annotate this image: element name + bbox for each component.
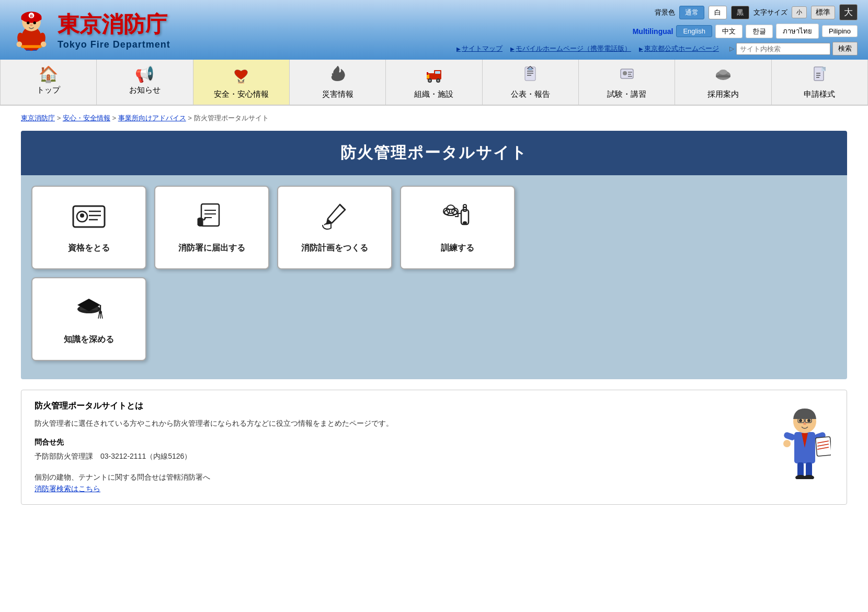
card-training-label: 訓練する	[441, 243, 474, 254]
breadcrumb-advice[interactable]: 事業所向けアドバイス	[118, 114, 186, 122]
nav-news-icon: 📢	[135, 65, 154, 83]
nav-recruit[interactable]: 採用案内	[675, 60, 771, 105]
info-title: 防火管理ポータルサイトとは	[35, 401, 833, 412]
svg-point-73	[807, 419, 810, 422]
svg-rect-86	[797, 462, 804, 477]
nav-disaster-label: 災害情報	[322, 89, 353, 99]
svg-point-72	[799, 419, 802, 422]
nav-safety-label: 安全・安心情報	[214, 89, 269, 99]
bg-black-button[interactable]: 黒	[731, 6, 749, 19]
nav-top-icon: 🏠	[39, 65, 58, 83]
lang-pilipino-button[interactable]: Pilipino	[822, 25, 858, 37]
bg-white-button[interactable]: 白	[709, 6, 727, 19]
nav-safety[interactable]: 安全・安心情報	[193, 60, 290, 105]
bg-normal-button[interactable]: 通常	[679, 6, 704, 19]
portal-title-box: 防火管理ポータルサイト	[21, 131, 847, 175]
search-area: ▷ 検索	[729, 42, 858, 55]
top-right-controls: 背景色 通常 白 黒 文字サイズ 小 標準 大 Multilingual Eng…	[456, 4, 858, 55]
nav-organization[interactable]: 組織・施設	[386, 60, 482, 105]
card-submit-label: 消防署に届出する	[178, 243, 245, 254]
plan-icon	[316, 202, 353, 237]
card-qualification[interactable]: 資格をとる	[31, 186, 146, 269]
svg-point-89	[804, 475, 814, 479]
card-plan[interactable]: 消防計画をつくる	[277, 186, 392, 269]
svg-rect-44	[73, 206, 105, 227]
font-large-button[interactable]: 大	[839, 4, 858, 20]
multilingual-bar: Multilingual English 中文 한글 ภาษาไทย Pilip…	[633, 24, 858, 39]
nav-report-icon	[521, 65, 540, 87]
lang-korean-button[interactable]: 한글	[746, 25, 773, 38]
qualification-icon	[71, 202, 107, 237]
nav-forms-icon	[810, 65, 829, 87]
svg-point-7	[33, 21, 36, 24]
multilingual-label: Multilingual	[633, 27, 673, 36]
nav-report[interactable]: 公表・報告	[483, 60, 579, 105]
breadcrumb-sep2: >	[112, 114, 118, 122]
nav-recruit-icon	[714, 65, 733, 87]
svg-rect-87	[806, 462, 812, 477]
cards-row-1: 資格をとる 消防署に届出する	[31, 186, 837, 269]
svg-point-58	[444, 209, 457, 216]
card-training[interactable]: 訓練する	[400, 186, 515, 269]
info-individual-section: 個別の建物、テナントに関する問合せは管轄消防署へ 消防署検索はこちら	[35, 471, 833, 493]
logo-kanji: 東京消防庁	[58, 10, 170, 39]
search-button[interactable]: 検索	[832, 42, 858, 55]
nav-disaster-icon	[328, 65, 347, 87]
svg-point-37	[719, 70, 727, 75]
card-knowledge[interactable]: 知識を深める	[31, 277, 146, 361]
info-description: 防火管理者に選任されている方やこれから防火管理者になられる方などに役立つ情報をま…	[35, 417, 833, 430]
tokyo-link[interactable]: 東京都公式ホームページ	[639, 44, 719, 53]
breadcrumb-safety[interactable]: 安心・安全情報	[63, 114, 110, 122]
svg-rect-30	[621, 69, 633, 78]
training-icon	[439, 202, 476, 237]
card-plan-label: 消防計画をつくる	[301, 243, 368, 254]
card-submit[interactable]: 消防署に届出する	[154, 186, 269, 269]
mascot-icon: B	[10, 9, 52, 51]
info-contact-section: 問合せ先 予防部防火管理課 03-3212-2111（内線5126）	[35, 438, 833, 463]
nav-top[interactable]: 🏠 トップ	[0, 60, 97, 105]
svg-point-77	[803, 423, 806, 425]
info-mascot	[779, 401, 831, 479]
info-box: 防火管理ポータルサイトとは 防火管理者に選任されている方やこれから防火管理者にな…	[21, 390, 847, 505]
bg-color-label: 背景色	[655, 8, 675, 17]
station-search-link[interactable]: 消防署検索はこちら	[35, 484, 100, 493]
svg-line-54	[340, 205, 345, 210]
breadcrumb-sep1: >	[57, 114, 63, 122]
search-prefix: ▷	[729, 45, 734, 52]
links-search-bar: サイトマップ モバイルホームページ（携帯電話版） 東京都公式ホームページ ▷ 検…	[456, 42, 858, 55]
logo-text: 東京消防庁 Tokyo Fire Department	[58, 10, 170, 50]
nav-exam-icon	[618, 65, 636, 87]
contact-dept: 予防部防火管理課 03-3212-2111（内線5126）	[35, 450, 833, 463]
nav-news-label: お知らせ	[129, 85, 161, 95]
nav-recruit-label: 採用案内	[707, 89, 739, 99]
knowledge-icon	[71, 293, 107, 329]
contact-section-title: 問合せ先	[35, 438, 833, 447]
font-small-button[interactable]: 小	[792, 6, 807, 18]
svg-point-49	[80, 213, 84, 218]
card-knowledge-label: 知識を深める	[64, 334, 114, 345]
breadcrumb: 東京消防庁 > 安心・安全情報 > 事業所向けアドバイス > 防火管理ポータルサ…	[0, 106, 868, 131]
cards-row-2: 知識を深める	[31, 277, 837, 361]
svg-point-6	[27, 21, 29, 24]
bg-font-controls: 背景色 通常 白 黒 文字サイズ 小 標準 大	[655, 4, 858, 20]
lang-chinese-button[interactable]: 中文	[715, 25, 743, 38]
portal-cards-area: 資格をとる 消防署に届出する	[21, 175, 847, 379]
nav-forms[interactable]: 申請様式	[772, 60, 868, 105]
font-medium-button[interactable]: 標準	[811, 6, 835, 19]
nav-exam[interactable]: 試験・講習	[579, 60, 675, 105]
sitemap-link[interactable]: サイトマップ	[456, 44, 502, 53]
nav-disaster[interactable]: 災害情報	[290, 60, 386, 105]
svg-text:B: B	[30, 14, 32, 18]
nav-safety-icon	[232, 65, 250, 87]
nav-news[interactable]: 📢 お知らせ	[97, 60, 193, 105]
site-links: サイトマップ モバイルホームページ（携帯電話版） 東京都公式ホームページ	[456, 44, 719, 53]
search-input[interactable]	[736, 43, 830, 55]
mobile-link[interactable]: モバイルホームページ（携帯電話版）	[510, 44, 631, 53]
svg-point-8	[30, 24, 32, 26]
lang-thai-button[interactable]: ภาษาไทย	[776, 24, 819, 39]
svg-line-69	[101, 313, 102, 319]
breadcrumb-home[interactable]: 東京消防庁	[21, 114, 55, 122]
lang-english-button[interactable]: English	[676, 25, 712, 37]
nav-top-label: トップ	[37, 85, 60, 95]
svg-rect-24	[427, 74, 429, 78]
